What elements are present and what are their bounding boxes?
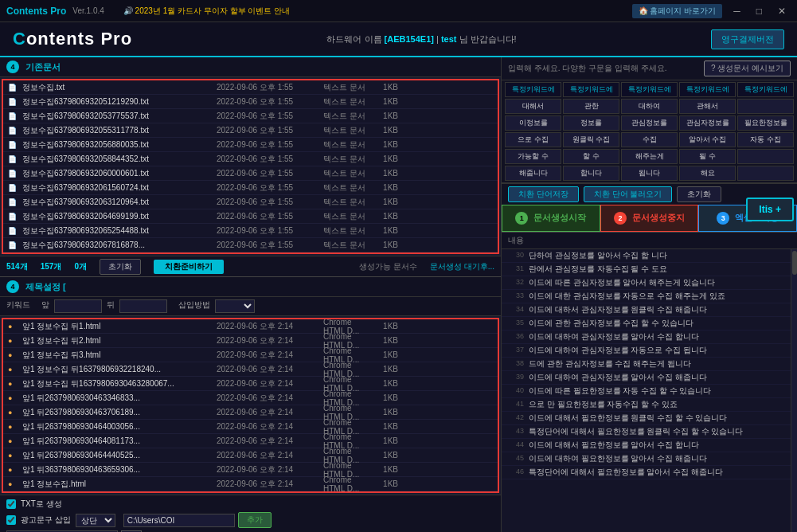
kw-cell[interactable]: 관심정보를 (621, 115, 678, 131)
ad-position-select[interactable]: 상단 (76, 514, 115, 527)
line-num: 30 (508, 250, 524, 259)
table-row[interactable]: ● 앞1 뒤36379806930463659306... 2022-09-06… (3, 463, 498, 477)
titlebar-left: Contents Pro Ver.1.0.4 🔊 2023년 1월 카드사 무이… (6, 6, 290, 17)
replace-load-button[interactable]: 치환 단어 불러오기 (584, 186, 673, 202)
table-row[interactable]: ● 앞1 뒤26379806930463346833... 2022-09-06… (3, 391, 498, 405)
minimize-button[interactable]: ─ (729, 4, 745, 18)
kw-cell[interactable]: 관심자정보를 (679, 115, 736, 131)
prepare-button[interactable]: 치환준비하기 (154, 260, 224, 274)
table-row[interactable]: ● 앞1 정보수집 뒤3.html 2022-09-06 오후 2:14 Chr… (3, 348, 498, 362)
stop-doc-button[interactable]: 2 문서생성중지 (600, 205, 699, 232)
kw-cell[interactable]: 이정보를 (505, 115, 561, 131)
table-row[interactable]: 📄 정보수집6379806932055311778.txt 2022-09-06… (3, 123, 498, 138)
table-row[interactable]: 📄 정보수집6379806932058844352.txt 2022-09-06… (3, 152, 498, 166)
kw-cell[interactable]: 할 수 (563, 149, 619, 164)
txt-file-list[interactable]: 📄 정보수집.txt 2022-09-06 오후 1:55 텍스트 문서 1KB… (3, 80, 498, 252)
file-date: 2022-09-06 오후 1:55 (217, 197, 320, 208)
kw-cell[interactable]: 대하여 (621, 99, 678, 114)
gen-waiting[interactable]: 문서생성 대기후... (430, 261, 494, 272)
init-button[interactable]: 초기화 (100, 259, 141, 275)
file-icon: 📄 (8, 213, 19, 221)
kw-cell[interactable]: 원클릭 수집 (563, 132, 619, 147)
itis-button[interactable]: Itis + (746, 198, 794, 221)
kw-cell[interactable] (737, 149, 794, 164)
table-row[interactable]: 📄 정보수집6379806932063120964.txt 2022-09-06… (3, 195, 498, 209)
file-type: 텍스트 문서 (323, 168, 371, 179)
replace-reset-button[interactable]: 초기화 (677, 186, 721, 202)
table-row[interactable]: 📄 정보수집6379806932051219290.txt 2022-09-06… (3, 95, 498, 109)
kw-cell[interactable]: 정보를 (563, 115, 619, 131)
file-type: 텍스트 문서 (323, 182, 371, 194)
close-button[interactable]: ✕ (773, 4, 791, 18)
logo-c: C (13, 29, 26, 49)
table-row[interactable]: 📄 정보수집6379806932067816878... 2022-09-06 … (3, 238, 498, 252)
kw-cell[interactable]: 가능할 수 (505, 149, 561, 164)
kw-row-4: 가능할 수 할 수 해주는게 될 수 (505, 149, 794, 164)
html-icon: ● (8, 452, 19, 460)
kw-cell[interactable] (737, 166, 794, 181)
start-doc-button[interactable]: 1 문서생성시작 (502, 205, 600, 232)
table-row[interactable]: 📄 정보수집6379806932053775537.txt 2022-09-06… (3, 109, 498, 123)
replace-save-button[interactable]: 치환 단어저장 (508, 186, 579, 202)
file-name: 정보수집6379806932063120964.txt (22, 197, 213, 208)
kw-cell[interactable]: 해주는게 (621, 149, 678, 164)
kw-cell[interactable]: 해줍니다 (505, 166, 561, 181)
scrollbar[interactable] (791, 249, 797, 532)
kw-cell[interactable]: 해요 (679, 166, 736, 181)
front-input[interactable] (54, 299, 102, 313)
table-row[interactable]: ● 앞1 뒤26379806930464003056... 2022-09-06… (3, 420, 498, 434)
table-row[interactable]: ● 앞1 정보수집.html 2022-09-06 오후 2:14 Chrome… (3, 477, 498, 491)
kw-header-2: 특정키워드에 (563, 82, 619, 97)
table-row[interactable]: 📄 정보수집6379806932065254488.txt 2022-09-06… (3, 224, 498, 238)
txt-gen-checkbox[interactable] (6, 499, 16, 509)
kw-cell[interactable]: 될 수 (679, 149, 736, 164)
txt-gen-row: TXT로 생성 (6, 499, 494, 510)
kw-cell[interactable]: 관한 (563, 99, 619, 114)
table-row[interactable]: 📄 정보수집6379806932056880035.txt 2022-09-06… (3, 138, 498, 152)
kw-cell[interactable]: 수집 (621, 132, 678, 147)
itis-area: Itis + (746, 198, 794, 221)
file-type: 텍스트 문서 (323, 240, 371, 251)
insert-method-select[interactable] (215, 299, 255, 313)
html-file-list[interactable]: ● 앞1 정보수집 뒤1.html 2022-09-06 오후 2:14 Chr… (3, 319, 498, 491)
table-row[interactable]: ● 앞1 정보수집 뒤16379806932218240... 2022-09-… (3, 362, 498, 377)
kw-cell[interactable]: 필요한정보를 (737, 115, 794, 131)
list-item: 31 란에서 관심정보를 자동수집 될 수 도요 (502, 263, 791, 276)
table-row[interactable]: ● 앞1 뒤26379806930463706189... 2022-09-06… (3, 405, 498, 420)
table-row[interactable]: 📄 정보수집6379806932061560724.txt 2022-09-06… (3, 181, 498, 195)
kw-cell[interactable] (737, 99, 794, 114)
kw-cell[interactable]: 관해서 (679, 99, 736, 114)
ad-insert-checkbox[interactable] (6, 515, 16, 525)
bottom-controls: TXT로 생성 광고문구 삽입 상단 추가 (0, 495, 501, 532)
ad-controls: 광고문구 삽입 상단 추가 (6, 512, 494, 528)
html-section-header: 4 제목설정 [ (0, 277, 501, 297)
file-name: 정보수집6379806932065254488.txt (22, 225, 213, 237)
back-input[interactable] (119, 299, 167, 313)
kw-cell[interactable]: 됩니다 (621, 166, 678, 181)
content-lines[interactable]: 30 단하여 관심정보를 알아서 수집 합 니다 31 란에서 관심정보를 자동… (502, 249, 791, 532)
file-icon: 📄 (8, 127, 19, 135)
table-row[interactable]: 📄 정보수집6379806932064699199.txt 2022-09-06… (3, 209, 498, 224)
table-row[interactable]: 📄 정보수집.txt 2022-09-06 오후 1:55 텍스트 문서 1KB (3, 80, 498, 95)
preview-button[interactable]: ? 생성문서 예시보기 (704, 61, 791, 76)
kw-cell[interactable]: 자동 수집 (737, 132, 794, 147)
permanent-btn[interactable]: 영구결제버전 (711, 29, 784, 49)
table-row[interactable]: ● 앞1 뒤26379806930464081173... 2022-09-06… (3, 434, 498, 448)
maximize-button[interactable]: □ (752, 4, 767, 18)
table-row[interactable]: ● 앞1 정보수집 뒤1.html 2022-09-06 오후 2:14 Chr… (3, 319, 498, 334)
kw-cell[interactable]: 합니다 (563, 166, 619, 181)
table-row[interactable]: 📄 정보수집6379806932060000601.txt 2022-09-06… (3, 166, 498, 181)
table-row[interactable]: ● 앞1 뒤26379806930464440525... 2022-09-06… (3, 448, 498, 463)
header: Contents Pro 하드웨어 이름 [AEB154E1] | test 님… (0, 22, 797, 57)
table-row[interactable]: ● 앞1 정보수집 뒤2.html 2022-09-06 오후 2:14 Chr… (3, 334, 498, 348)
kw-cell[interactable]: 으로 수집 (505, 132, 561, 147)
kw-cell[interactable]: 알아서 수집 (679, 132, 736, 147)
file-icon: 📄 (8, 241, 19, 249)
table-row[interactable]: ● 앞1 정보수집 뒤16379806930463280067... 2022-… (3, 377, 498, 391)
kw-cell[interactable]: 대해서 (505, 99, 561, 114)
html-path-input[interactable] (123, 514, 235, 527)
home-button[interactable]: 🏠 홈페이지 바로가기 (632, 4, 723, 18)
line-text: 이드에 따른 필요한정보를 자동 수집 할 수 있습니다 (529, 385, 784, 397)
add-button[interactable]: 추가 (238, 512, 272, 528)
scrollbar-thumb[interactable] (792, 251, 797, 275)
